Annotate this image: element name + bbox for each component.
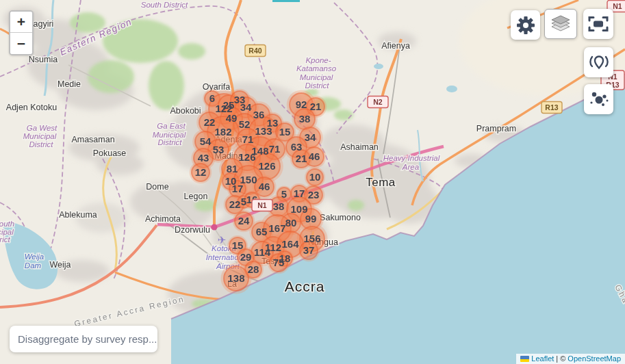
bubble-count: 80 — [285, 217, 297, 229]
map-overlay-svg: South DistrictEastern RegionoagyiriNsumi… — [0, 0, 625, 364]
bubble-count: 167 — [268, 222, 285, 234]
bubble-count: 126 — [238, 151, 255, 163]
svg-text:N1: N1 — [613, 2, 622, 10]
map-label: District — [157, 138, 182, 146]
bubble-count: 6 — [209, 92, 215, 104]
map-label: Abokobi — [170, 106, 201, 116]
spiderfy-button[interactable] — [584, 47, 613, 77]
bubble-count: 126 — [258, 160, 275, 172]
bubble-count: 15 — [232, 239, 244, 251]
map-label: rict — [0, 235, 10, 244]
bubble-count: 22 — [229, 198, 241, 210]
map-label: Achimota — [145, 214, 181, 224]
bubble-count: 24 — [238, 215, 250, 226]
map-label: Eastern Region — [58, 16, 133, 57]
bubble-count: 36 — [253, 109, 265, 120]
map-label: Municipal — [300, 73, 333, 81]
bubble-count: 133 — [255, 125, 272, 137]
bubble-count: 10 — [309, 171, 321, 183]
bubble-count: 63 — [291, 141, 303, 153]
map-label: Amasaman — [71, 135, 114, 144]
map-attribution: Leaflet | © OpenStreetMap — [516, 354, 625, 364]
bubble-count: 34 — [305, 131, 316, 143]
bubble-count: 71 — [269, 143, 281, 155]
map-label: Medie — [58, 79, 81, 89]
zoom-out-button[interactable]: − — [10, 33, 32, 54]
ukraine-flag-icon — [520, 356, 529, 362]
road-badge: N1 — [252, 200, 272, 211]
bubble-count: 22 — [204, 116, 216, 128]
bubble-count: 12 — [195, 166, 207, 178]
map-app: South DistrictEastern RegionoagyiriNsumi… — [0, 0, 625, 364]
map-label: District — [29, 140, 53, 148]
bubble-count: 46 — [309, 151, 320, 162]
bubble-count: 71 — [242, 133, 254, 145]
map-label: Kpone- — [305, 56, 331, 64]
map-label: Katamanso — [296, 64, 337, 73]
bubble-count: 28 — [248, 263, 259, 275]
settings-button[interactable] — [511, 10, 540, 40]
svg-text:R13: R13 — [545, 103, 558, 112]
fullscreen-button[interactable] — [583, 9, 613, 39]
disaggregate-dropdown[interactable]: Disaggregate by survey resp... — [10, 326, 157, 352]
bubble-count: 81 — [227, 163, 238, 174]
gear-icon — [515, 15, 536, 36]
bubble-count: 53 — [213, 144, 225, 155]
layers-button[interactable] — [544, 9, 577, 39]
map-label: Prampram — [476, 124, 516, 133]
bubble-count: 21 — [310, 101, 322, 112]
bubble-count: 156 — [303, 233, 320, 244]
map-label: Nsumia — [29, 55, 58, 64]
map-label: Greater Accra Region — [73, 294, 186, 329]
bubble-count: 43 — [198, 152, 209, 164]
top-progress-indicator — [272, 0, 300, 2]
road-badge: R40 — [245, 45, 266, 57]
bubble-count: 34 — [240, 101, 252, 113]
bubble-count: 23 — [308, 189, 320, 200]
bubble-count: 164 — [281, 238, 299, 250]
zoom-control: + − — [9, 10, 34, 55]
map-label: Accra — [285, 278, 325, 294]
bubble-count: 17 — [294, 187, 305, 199]
map-label: Ga West — [27, 124, 58, 132]
openstreetmap-link[interactable]: OpenStreetMap — [567, 354, 621, 363]
leaflet-link[interactable]: Leaflet — [531, 354, 554, 363]
bubble-layer: 6122253334922122493638521318213315547134… — [190, 89, 328, 294]
bubble-count: 38 — [299, 113, 311, 125]
map-label: Municipal — [23, 132, 57, 140]
map-label: Ga East — [157, 122, 186, 130]
bubble-count: 37 — [303, 244, 315, 256]
map-label: South District — [141, 1, 188, 9]
map-label: Weija — [25, 252, 44, 261]
bubble-count: 46 — [259, 181, 270, 192]
map-label: Ashaiman — [340, 142, 379, 152]
bubble-count: 15 — [279, 126, 291, 138]
map-label: ✈ — [218, 234, 227, 246]
bubble-count: 38 — [273, 200, 285, 212]
cluster-button[interactable] — [584, 84, 613, 114]
map-label: Adjen Kotoku — [6, 103, 57, 112]
map-label: Afienya — [381, 41, 410, 51]
bubble-count: 114 — [254, 246, 271, 258]
spiderfy-pin-icon — [589, 53, 609, 72]
map-label: Pokuase — [93, 148, 127, 158]
bubble-count: 49 — [226, 112, 238, 124]
cluster-icon — [589, 90, 609, 109]
map-label: Dam — [25, 261, 42, 270]
bubble-count: 52 — [239, 118, 251, 130]
road-badge: R13 — [541, 102, 562, 114]
map-label: Ablekuma — [59, 210, 97, 220]
bubble-count: 99 — [305, 213, 317, 224]
bubble-count: 21 — [296, 153, 307, 164]
map-label: Heavy Industrial — [383, 154, 440, 162]
map-label: Area — [402, 163, 419, 171]
svg-text:N1: N1 — [257, 201, 267, 209]
bubble-count: 25 — [223, 99, 235, 111]
svg-text:R40: R40 — [248, 47, 262, 55]
bubble-count: 5 — [281, 188, 287, 200]
zoom-in-button[interactable]: + — [10, 12, 32, 33]
map-label: outh — [0, 220, 14, 228]
fullscreen-icon — [588, 15, 609, 33]
map-label: Gha — [613, 283, 625, 306]
bubble-count: 92 — [296, 99, 307, 110]
